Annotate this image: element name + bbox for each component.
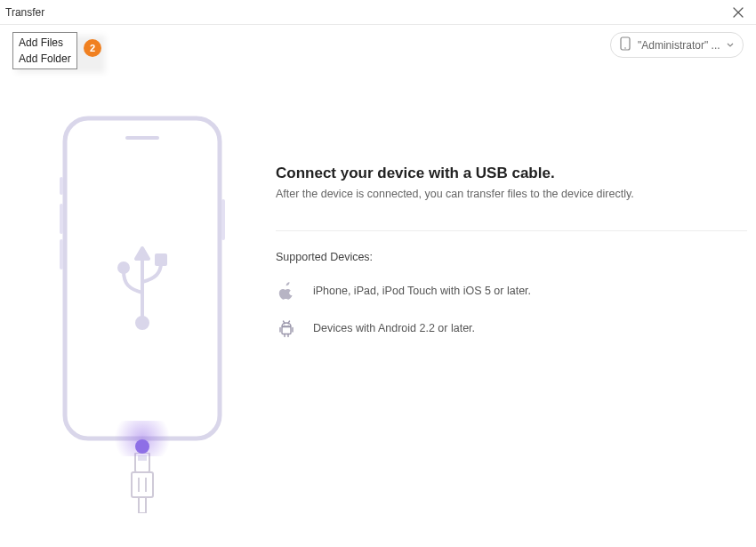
headline: Connect your device with a USB cable. [276, 165, 747, 182]
supported-apple-row: iPhone, iPad, iPod Touch with iOS 5 or l… [276, 281, 747, 301]
svg-rect-5 [60, 204, 63, 234]
menu-item-add-folder[interactable]: Add Folder [19, 51, 71, 67]
svg-point-1 [624, 47, 626, 49]
svg-line-19 [288, 321, 290, 323]
svg-point-21 [288, 324, 289, 325]
apple-icon [276, 281, 297, 301]
supported-apple-text: iPhone, iPad, iPod Touch with iOS 5 or l… [313, 285, 531, 297]
titlebar: Transfer [0, 0, 756, 25]
home-button-icon [135, 439, 149, 454]
phone-illustration [58, 115, 227, 513]
window-title: Transfer [5, 6, 44, 19]
svg-point-10 [119, 263, 128, 272]
close-button[interactable] [729, 4, 747, 21]
menu-item-add-files[interactable]: Add Files [19, 35, 71, 51]
svg-point-20 [284, 324, 285, 325]
supported-devices-label: Supported Devices: [276, 251, 747, 263]
phone-illustration-column [9, 115, 276, 513]
callout-2-badge: 2 [84, 39, 101, 57]
svg-point-9 [137, 318, 148, 328]
svg-rect-17 [139, 497, 146, 513]
usb-plug-icon [125, 453, 160, 513]
divider [276, 230, 747, 231]
android-icon [276, 318, 297, 338]
svg-line-18 [284, 321, 286, 323]
svg-rect-6 [60, 239, 63, 269]
info-column: Connect your device with a USB cable. Af… [276, 115, 747, 513]
add-dropdown-menu: Add Files Add Folder [12, 32, 77, 69]
close-icon [733, 7, 744, 18]
main-content: Connect your device with a USB cable. Af… [0, 115, 756, 513]
subtext: After the device is connected, you can t… [276, 188, 747, 200]
supported-android-text: Devices with Android 2.2 or later. [313, 322, 475, 334]
device-selector[interactable]: "Administrator" ... [610, 32, 744, 58]
chevron-down-icon [727, 39, 734, 52]
phone-icon [620, 36, 631, 53]
supported-android-row: Devices with Android 2.2 or later. [276, 318, 747, 338]
svg-rect-7 [221, 199, 225, 240]
device-label: "Administrator" ... [638, 39, 721, 52]
svg-rect-14 [132, 472, 153, 497]
svg-rect-22 [282, 327, 291, 334]
svg-rect-11 [157, 255, 165, 264]
svg-rect-13 [138, 455, 147, 461]
svg-rect-4 [60, 177, 63, 195]
toolbar: 1 "Administrator" ... [0, 25, 756, 61]
